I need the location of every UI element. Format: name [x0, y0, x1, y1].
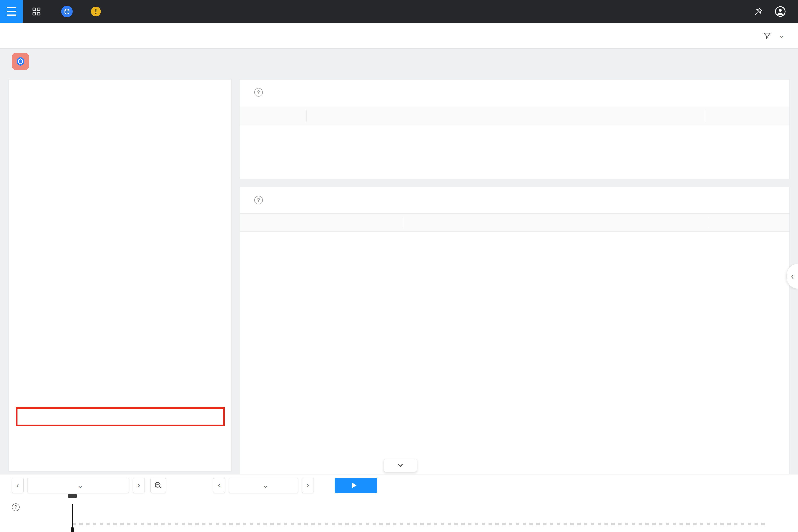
components-grid-icon — [32, 7, 41, 16]
pod-entity-icon — [12, 53, 29, 70]
events-table-header — [240, 213, 790, 232]
time-marker-handle[interactable] — [71, 527, 74, 532]
pod-icon — [61, 6, 73, 17]
timeline-track[interactable] — [73, 474, 765, 532]
time-marker-tooltip — [68, 494, 77, 498]
help-icon[interactable]: ? — [12, 504, 20, 511]
timeline-bar: ‹ ⌄ › ‹ ⌄ › ? — [0, 474, 798, 532]
events-timeline — [73, 522, 765, 526]
about-panel — [8, 79, 231, 472]
entity-header — [12, 53, 37, 70]
chevron-down-icon: ⌄ — [779, 32, 784, 39]
range-prev-button[interactable]: ‹ — [12, 478, 24, 493]
help-icon[interactable]: ? — [254, 88, 263, 97]
health-timeline — [73, 507, 765, 509]
filter-funnel-icon — [763, 31, 771, 40]
monitors-table-header — [240, 107, 790, 125]
help-icon[interactable]: ? — [254, 196, 263, 204]
time-travel-warning: ! — [91, 6, 109, 16]
chevron-down-icon — [396, 461, 404, 470]
tab-bar: ⌄ — [0, 23, 798, 49]
warning-icon: ! — [91, 6, 101, 16]
events-panel: ? — [240, 187, 790, 477]
health-row-label: ? — [8, 504, 20, 511]
top-bar: ! — [0, 0, 798, 23]
breadcrumb — [32, 6, 77, 17]
time-marker-line — [72, 504, 73, 528]
user-avatar-icon[interactable] — [775, 6, 786, 17]
collapse-events-button[interactable] — [384, 459, 417, 472]
monitors-panel: ? — [240, 79, 790, 179]
red-highlight-annotation — [16, 407, 225, 426]
menu-icon[interactable] — [0, 0, 23, 23]
chevron-left-icon: ‹ — [791, 271, 794, 281]
filters-button[interactable]: ⌄ — [763, 31, 784, 40]
pin-icon[interactable] — [754, 6, 763, 16]
